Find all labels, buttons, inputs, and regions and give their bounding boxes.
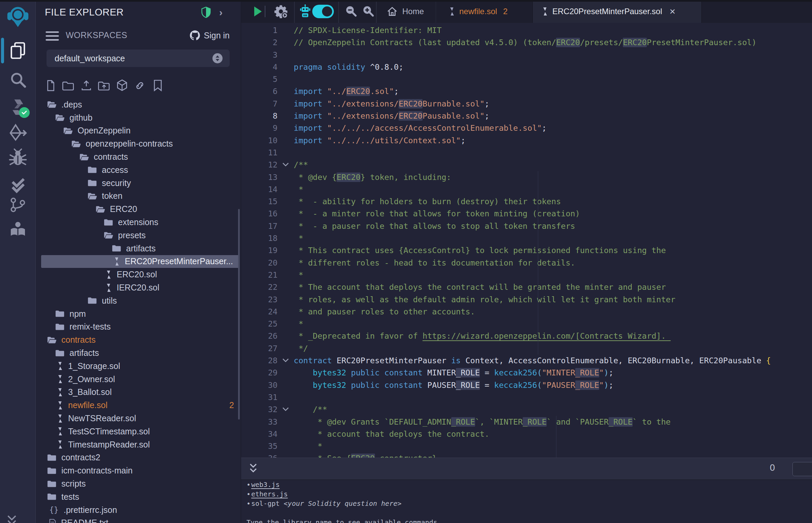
- tree-item-timestampreader-sol[interactable]: TimestampReader.sol: [41, 438, 240, 451]
- tree-item-scripts[interactable]: scripts: [41, 477, 240, 490]
- code-line-32[interactable]: 32 /**: [241, 403, 812, 415]
- tree-item-github[interactable]: github: [41, 111, 240, 124]
- tree-item-contracts[interactable]: contracts: [41, 333, 240, 346]
- code-line-2[interactable]: 2// OpenZeppelin Contracts (last updated…: [241, 36, 812, 49]
- upload-file-icon[interactable]: [80, 79, 92, 92]
- tree-item-testsctimestamp-sol[interactable]: TestSCTimestamp.sol: [41, 425, 240, 438]
- tree-item-tests[interactable]: tests: [41, 490, 240, 503]
- terminal-output[interactable]: •web3.js•ethers.js•sol-gpt <your Solidit…: [241, 480, 812, 523]
- tree-item-presets[interactable]: presets: [41, 229, 240, 242]
- remix-logo-icon[interactable]: [0, 5, 35, 28]
- git-ribbon-icon[interactable]: [152, 79, 164, 92]
- code-line-1[interactable]: 1// SPDX-License-Identifier: MIT: [241, 24, 812, 36]
- tree-item-extensions[interactable]: extensions: [41, 216, 240, 229]
- code-line-34[interactable]: 34 * account that deploys the contract.: [241, 428, 812, 440]
- hamburger-menu-icon[interactable]: [46, 31, 59, 41]
- code-line-36[interactable]: 36 * See {ERC20-constructor}.: [241, 452, 812, 458]
- tab-home[interactable]: Home: [376, 0, 436, 23]
- sidebar-item-git[interactable]: [0, 196, 35, 214]
- code-line-28[interactable]: 28contract ERC20PresetMinterPauser is Co…: [241, 355, 812, 367]
- tree-item-contracts2[interactable]: contracts2: [41, 451, 240, 464]
- code-line-4[interactable]: 4pragma solidity ^0.8.0;: [241, 61, 812, 73]
- compile-settings-button[interactable]: [272, 0, 290, 23]
- code-line-20[interactable]: 20 * different roles - head to its docum…: [241, 257, 812, 269]
- chevron-right-icon[interactable]: ›: [219, 7, 223, 18]
- sidebar-item-file-explorer[interactable]: [0, 41, 35, 60]
- code-line-23[interactable]: 23 * roles, as well as the default admin…: [241, 293, 812, 306]
- code-line-22[interactable]: 22 * The account that deploys the contra…: [241, 281, 812, 293]
- tree-item-erc20[interactable]: ERC20: [41, 202, 240, 216]
- shield-icon[interactable]: [200, 6, 212, 20]
- tree-item-erc20-sol[interactable]: ERC20.sol: [41, 268, 240, 281]
- code-line-8[interactable]: 8import "../extensions/ERC20Pausable.sol…: [241, 110, 812, 122]
- terminal-expand-icon[interactable]: [247, 463, 260, 475]
- tree-item-newfile-sol[interactable]: newfile.sol2: [41, 399, 240, 412]
- code-line-18[interactable]: 18 *: [241, 232, 812, 244]
- tree-item-icm-contracts-main[interactable]: icm-contracts-main: [41, 464, 240, 477]
- terminal-header[interactable]: 0: [241, 458, 812, 480]
- fold-chevron-icon[interactable]: [278, 403, 294, 415]
- tree-item-openzeppelin-contracts[interactable]: openzeppelin-contracts: [41, 137, 240, 150]
- code-line-12[interactable]: 12/**: [241, 159, 812, 171]
- tree-item-security[interactable]: security: [41, 177, 240, 190]
- terminal-search-input[interactable]: [792, 462, 812, 476]
- code-line-13[interactable]: 13 * @dev {ERC20} token, including:: [241, 171, 812, 183]
- sidebar-item-debugger[interactable]: [0, 148, 35, 167]
- code-line-24[interactable]: 24 * and pauser roles to other accounts.: [241, 306, 812, 318]
- tree-item-readme-txt[interactable]: README.txt: [41, 517, 240, 523]
- code-line-25[interactable]: 25 *: [241, 318, 812, 330]
- code-line-21[interactable]: 21 *: [241, 269, 812, 281]
- terminal-link[interactable]: web3.js: [251, 481, 280, 489]
- code-line-26[interactable]: 26 * _Deprecated in favor of https://wiz…: [241, 330, 812, 342]
- tree-item-token[interactable]: token: [41, 190, 240, 203]
- link-icon[interactable]: [134, 79, 146, 92]
- tree-item-1-storage-sol[interactable]: 1_Storage.sol: [41, 360, 240, 373]
- sidebar-item-learneth[interactable]: [0, 220, 35, 239]
- workspace-select[interactable]: default_workspace: [47, 50, 230, 67]
- code-line-3[interactable]: 3: [241, 49, 812, 61]
- panel-scrollbar[interactable]: [238, 209, 240, 419]
- tree-item-ierc20-sol[interactable]: IERC20.sol: [41, 281, 240, 294]
- new-file-icon[interactable]: [44, 79, 57, 92]
- tree-item--prettierrc-json[interactable]: {}.prettierrc.json: [41, 503, 240, 517]
- tree-item-remix-tests[interactable]: remix-tests: [41, 321, 240, 333]
- tree-item-artifacts[interactable]: artifacts: [41, 346, 240, 360]
- code-line-17[interactable]: 17 * - a pauser role that allows to stop…: [241, 220, 812, 232]
- tab-newfile-sol[interactable]: newfile.sol 2: [436, 0, 533, 23]
- code-line-10[interactable]: 10import "../../../utils/Context.sol";: [241, 134, 812, 147]
- tree-item-erc20presetminterpauser-[interactable]: ERC20PresetMinterPauser...: [41, 255, 240, 268]
- sign-in-button[interactable]: Sign in: [189, 30, 230, 41]
- new-folder-icon[interactable]: [62, 79, 74, 92]
- code-line-31[interactable]: 31: [241, 391, 812, 403]
- tab-erc20presetminterpauser-sol[interactable]: ERC20PresetMinterPauser.sol ×: [532, 0, 702, 23]
- code-line-35[interactable]: 35 *: [241, 440, 812, 452]
- sidebar-item-solidity-compiler[interactable]: [0, 98, 35, 116]
- tree-item-access[interactable]: access: [41, 163, 240, 177]
- code-line-9[interactable]: 9import "../../../access/AccessControlEn…: [241, 122, 812, 134]
- fold-chevron-icon[interactable]: [278, 355, 294, 367]
- tree-item--deps[interactable]: .deps: [41, 98, 240, 111]
- code-line-15[interactable]: 15 * - ability for holders to burn (dest…: [241, 196, 812, 208]
- close-tab-icon[interactable]: ×: [669, 6, 675, 17]
- code-line-19[interactable]: 19 * This contract uses {AccessControl} …: [241, 244, 812, 256]
- sidebar-item-deploy-run[interactable]: [0, 123, 35, 142]
- code-line-33[interactable]: 33 * @dev Grants `DEFAULT_ADMIN_ROLE`, `…: [241, 416, 812, 428]
- code-line-11[interactable]: 11: [241, 147, 812, 159]
- code-line-5[interactable]: 5: [241, 73, 812, 85]
- tree-item-3-ballot-sol[interactable]: 3_Ballot.sol: [41, 386, 240, 399]
- fold-chevron-icon[interactable]: [278, 159, 294, 171]
- code-line-16[interactable]: 16 * - a minter role that allows for tok…: [241, 208, 812, 220]
- run-script-button[interactable]: [251, 0, 265, 23]
- code-line-6[interactable]: 6import "../ERC20.sol";: [241, 85, 812, 97]
- tree-item-2-owner-sol[interactable]: 2_Owner.sol: [41, 373, 240, 386]
- ipfs-cube-icon[interactable]: [116, 79, 128, 92]
- tree-item-artifacts[interactable]: artifacts: [41, 242, 240, 255]
- code-line-29[interactable]: 29 bytes32 public constant MINTER_ROLE =…: [241, 367, 812, 379]
- tree-item-contracts[interactable]: contracts: [41, 150, 240, 163]
- terminal-link[interactable]: ethers.js: [251, 490, 288, 498]
- tree-item-openzeppelin[interactable]: OpenZeppelin: [41, 124, 240, 138]
- code-line-14[interactable]: 14 *: [241, 183, 812, 196]
- code-editor[interactable]: 1// SPDX-License-Identifier: MIT2// Open…: [241, 23, 812, 458]
- sidebar-item-unit-testing[interactable]: [0, 175, 35, 194]
- tree-item-newtsreader-sol[interactable]: NewTSReader.sol: [41, 412, 240, 425]
